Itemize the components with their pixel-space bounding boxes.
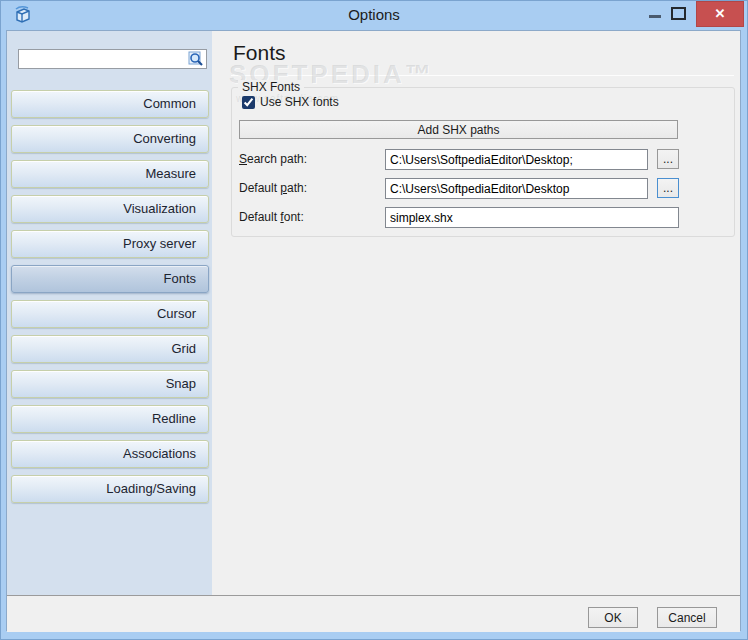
window-title: Options: [0, 6, 748, 23]
titlebar: Options ✕: [0, 0, 748, 30]
heading-separator: [231, 75, 734, 76]
search-input[interactable]: [18, 49, 207, 69]
page-title: Fonts: [233, 41, 286, 65]
search-path-label: Search path:: [239, 149, 307, 170]
search-path-browse-button[interactable]: ...: [657, 149, 679, 169]
ok-button[interactable]: OK: [588, 607, 638, 628]
close-button[interactable]: ✕: [696, 1, 744, 27]
maximize-button[interactable]: [669, 5, 688, 23]
use-shx-checkbox[interactable]: [242, 96, 255, 109]
minimize-icon: [649, 15, 661, 18]
options-window: Options ✕ Common Converting Meas: [0, 0, 748, 640]
default-font-input[interactable]: [385, 207, 679, 228]
default-path-browse-button[interactable]: ...: [657, 178, 679, 198]
group-title: SHX Fonts: [238, 80, 304, 94]
sidebar-item-converting[interactable]: Converting: [11, 125, 209, 153]
use-shx-row: Use SHX fonts: [242, 95, 339, 109]
minimize-button[interactable]: [646, 6, 664, 24]
default-path-label: Default path:: [239, 178, 307, 199]
shx-fonts-group: SHX Fonts Use SHX fonts Add SHX paths Se…: [231, 87, 735, 237]
dialog-content: Common Converting Measure Visualization …: [6, 30, 741, 631]
sidebar-item-common[interactable]: Common: [11, 90, 209, 118]
footer-bar: OK Cancel: [7, 595, 740, 632]
cancel-button[interactable]: Cancel: [657, 607, 717, 628]
search-path-input[interactable]: [385, 149, 648, 170]
sidebar-item-associations[interactable]: Associations: [11, 440, 209, 468]
maximize-icon: [671, 7, 686, 20]
sidebar-item-measure[interactable]: Measure: [11, 160, 209, 188]
sidebar: Common Converting Measure Visualization …: [7, 31, 212, 595]
sidebar-item-fonts[interactable]: Fonts: [11, 265, 209, 293]
default-path-input[interactable]: [385, 178, 648, 199]
sidebar-item-proxy-server[interactable]: Proxy server: [11, 230, 209, 258]
sidebar-item-cursor[interactable]: Cursor: [11, 300, 209, 328]
main-panel: Fonts SOFTPEDIA™ www.softpedia.com SHX F…: [212, 31, 740, 595]
sidebar-item-grid[interactable]: Grid: [11, 335, 209, 363]
sidebar-item-visualization[interactable]: Visualization: [11, 195, 209, 223]
sidebar-item-loading-saving[interactable]: Loading/Saving: [11, 475, 209, 503]
use-shx-label: Use SHX fonts: [260, 95, 339, 109]
category-list: Common Converting Measure Visualization …: [11, 90, 209, 510]
add-shx-paths-button[interactable]: Add SHX paths: [239, 120, 678, 139]
sidebar-search: [18, 49, 207, 69]
sidebar-item-snap[interactable]: Snap: [11, 370, 209, 398]
search-icon[interactable]: [188, 51, 204, 67]
default-font-label: Default font:: [239, 207, 304, 228]
close-icon: ✕: [715, 6, 726, 21]
sidebar-item-redline[interactable]: Redline: [11, 405, 209, 433]
